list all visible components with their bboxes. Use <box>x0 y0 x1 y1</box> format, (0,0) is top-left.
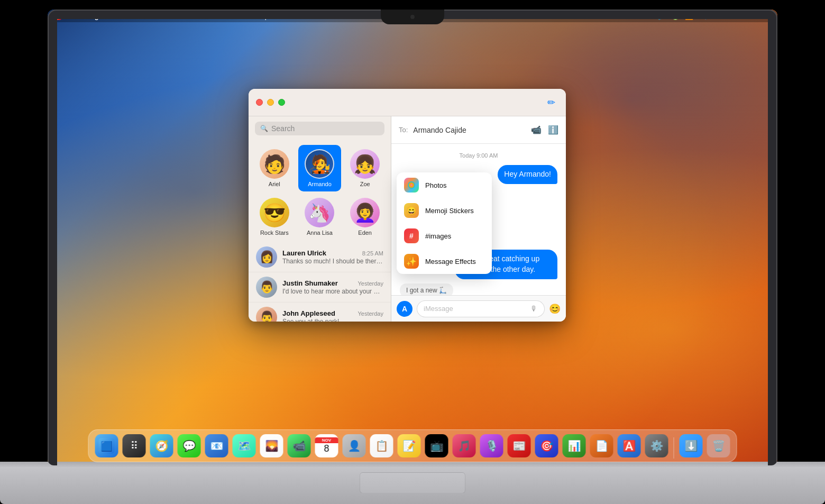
sidebar: 🔍 Search 🧑 Ariel <box>249 116 391 322</box>
chat-actions: 📹 ℹ️ <box>531 125 558 135</box>
camera-notch <box>381 10 444 24</box>
menubar-app-name[interactable]: Messages <box>74 12 106 20</box>
message-row-4: I got a new 🛴 1 Reply <box>400 283 557 295</box>
avatar-ariel: 🧑 <box>260 149 289 179</box>
launchpad-icon: ⠿ <box>123 434 146 457</box>
dock-item-reminders[interactable]: 📋 <box>369 433 395 459</box>
dock-item-contacts[interactable]: 👤 <box>342 433 367 459</box>
memoji-icon: 😄 <box>404 203 419 218</box>
msg-sender-lauren: Lauren Ulrick <box>282 249 326 257</box>
message-input-field[interactable]: iMessage 🎙 <box>417 300 545 317</box>
dock-item-podcasts[interactable]: 🎙️ <box>479 433 505 459</box>
window-titlebar: ✏ <box>249 89 566 116</box>
maximize-button[interactable] <box>278 99 285 106</box>
pinned-contact-zoe[interactable]: 👧 Zoe <box>343 145 387 191</box>
msg-time-justin: Yesterday <box>358 280 383 287</box>
menu-edit[interactable]: Edit <box>133 12 145 20</box>
dock-item-messages[interactable]: 💬 <box>177 433 202 459</box>
photos-dock-icon: 🌄 <box>260 434 283 457</box>
reminders-icon: 📋 <box>370 434 393 457</box>
laptop-hinge <box>0 462 825 467</box>
news-icon: 📰 <box>508 434 531 457</box>
dock-item-maps[interactable]: 🗺️ <box>232 433 257 459</box>
pinned-contact-ariel[interactable]: 🧑 Ariel <box>253 145 296 191</box>
dock-item-numbers[interactable]: 📊 <box>562 433 587 459</box>
menu-window[interactable]: Window <box>223 12 247 20</box>
emoji-picker-icon[interactable]: 😊 <box>549 303 561 315</box>
trackpad[interactable] <box>360 472 465 493</box>
dock-item-news[interactable]: 📰 <box>507 433 532 459</box>
info-icon[interactable]: ℹ️ <box>548 125 558 135</box>
dock-separator <box>674 437 674 459</box>
dock: 🟦 ⠿ 🧭 💬 📧 🗺️ 🌄 📹 <box>88 429 737 462</box>
apple-menu-icon[interactable]: 🍎 <box>54 12 63 20</box>
dock-item-sysprefs[interactable]: ⚙️ <box>644 433 670 459</box>
pinned-contact-armando[interactable]: 🧑‍🎤 Armando <box>298 145 342 191</box>
dock-item-notes[interactable]: 📝 <box>397 433 422 459</box>
menu-conversation[interactable]: Conversation <box>175 12 215 20</box>
dock-item-calendar[interactable]: NOV 8 <box>314 433 340 459</box>
message-list-item-justin[interactable]: 👨 Justin Shumaker Yesterday I'd love to … <box>249 272 391 303</box>
appletv-icon: 📺 <box>425 434 448 457</box>
sysprefs-icon: ⚙️ <box>645 434 668 457</box>
dock-item-appletv[interactable]: 📺 <box>424 433 450 459</box>
dock-item-finder[interactable]: 🟦 <box>94 433 120 459</box>
safari-icon: 🧭 <box>150 434 173 457</box>
downloads-icon: ⬇️ <box>680 434 703 457</box>
numbers-icon: 📊 <box>563 434 586 457</box>
avatar-annalisa: 🦄 <box>305 198 334 227</box>
close-button[interactable] <box>256 99 263 106</box>
popup-item-images[interactable]: # #images <box>397 223 492 249</box>
battery-icon: 🔋 <box>671 12 680 20</box>
dock-item-mail[interactable]: 📧 <box>204 433 230 459</box>
facetime-icon: 📹 <box>288 434 311 457</box>
popup-item-photos[interactable]: Photos <box>397 172 492 198</box>
window-body: 🔍 Search 🧑 Ariel <box>249 116 566 322</box>
app-drawer-button[interactable]: A <box>397 301 412 317</box>
menu-view[interactable]: View <box>153 12 168 20</box>
pinned-contact-rockstars[interactable]: 😎 Rock Stars <box>253 194 296 240</box>
popup-item-memoji[interactable]: 😄 Memoji Stickers <box>397 198 492 223</box>
trash-icon: 🗑️ <box>707 434 730 457</box>
dock-item-downloads[interactable]: ⬇️ <box>679 433 704 459</box>
spotlight-icon[interactable]: 🔍 <box>699 12 707 20</box>
message-list: 👩 Lauren Ulrick 8:25 AM Thanks so much! … <box>249 242 391 322</box>
search-input-placeholder: Search <box>271 124 295 133</box>
msg-sender-justin: Justin Shumaker <box>282 279 338 287</box>
pinned-contact-annalisa[interactable]: 🦄 Anna Lisa <box>298 194 342 240</box>
video-call-icon[interactable]: 📹 <box>531 125 542 135</box>
dock-item-photos[interactable]: 🌄 <box>259 433 285 459</box>
compose-button[interactable]: ✏ <box>544 95 558 110</box>
avatar-lauren: 👩 <box>256 246 277 268</box>
msg-preview-lauren: Thanks so much! I should be there by 9:0… <box>282 258 383 265</box>
message-list-item-lauren[interactable]: 👩 Lauren Ulrick 8:25 AM Thanks so much! … <box>249 242 391 272</box>
pinned-contact-eden[interactable]: 👩‍🦱 Eden <box>343 194 387 240</box>
menu-help[interactable]: Help <box>254 12 269 20</box>
dock-item-trash[interactable]: 🗑️ <box>706 433 731 459</box>
screen-area: 🍎 Messages File Edit View Conversation W… <box>48 10 777 465</box>
dock-item-appstore[interactable]: 🅰️ <box>617 433 642 459</box>
dock-item-facetime[interactable]: 📹 <box>287 433 312 459</box>
contact-name-eden: Eden <box>358 230 372 236</box>
msg-preview-justin: I'd love to hear more about your project… <box>282 288 383 295</box>
search-bar[interactable]: 🔍 Search <box>255 122 384 135</box>
menu-file[interactable]: File <box>115 12 126 20</box>
wifi-icon: 📶 <box>685 12 693 20</box>
minimize-button[interactable] <box>267 99 274 106</box>
message-list-item-john[interactable]: 👨 John Appleseed Yesterday See you at th… <box>249 303 391 322</box>
dock-item-launchpad[interactable]: ⠿ <box>122 433 147 459</box>
avatar-eden: 👩‍🦱 <box>350 198 380 227</box>
avatar-john: 👨 <box>256 307 277 322</box>
popup-item-effects[interactable]: ✨ Message Effects <box>397 249 492 274</box>
dock-item-safari[interactable]: 🧭 <box>149 433 175 459</box>
dock-item-pages[interactable]: 📄 <box>589 433 615 459</box>
dock-item-music[interactable]: 🎵 <box>452 433 477 459</box>
dock-item-keynote[interactable]: 🎯 <box>534 433 560 459</box>
svg-point-0 <box>408 181 415 189</box>
audio-input-icon[interactable]: 🎙 <box>530 305 538 313</box>
contact-name-annalisa: Anna Lisa <box>307 230 333 236</box>
msg-header-john: John Appleseed Yesterday <box>282 309 383 317</box>
finder-icon: 🟦 <box>95 434 118 457</box>
popup-images-label: #images <box>425 232 451 240</box>
msg-info-justin: Justin Shumaker Yesterday I'd love to he… <box>282 279 383 295</box>
